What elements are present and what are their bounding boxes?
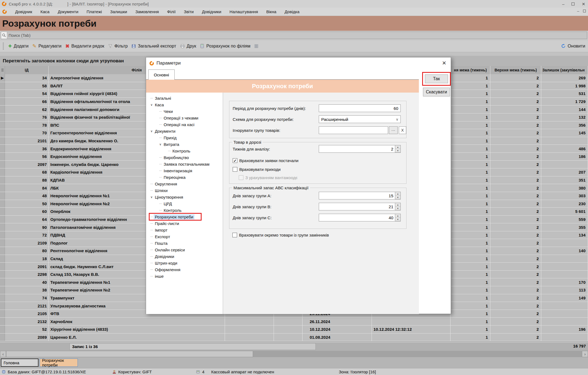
dialog-tree-item[interactable]: Довідники [146,253,223,260]
menu-item[interactable]: Довідник [15,9,32,14]
dialog-tree-item[interactable]: ∨ Витрата [146,141,223,148]
substitutes-checkbox[interactable]: Враховувати окремо товари із групи замін… [232,233,329,237]
print-button[interactable]: Друк [180,44,196,49]
scrollbar-thumb[interactable] [6,351,253,357]
edit-button[interactable]: ✎Редагувати [32,43,62,49]
spin-up-icon[interactable]: ▲ [395,145,400,149]
search-input[interactable]: Поиск (Tab) [1,32,587,39]
dialog-tree-item[interactable]: ЦРД [146,200,223,207]
ellipsis-button[interactable]: ··· [389,126,398,134]
cell-upper: 2 [490,271,541,278]
dialog-tree-item[interactable]: Округлення [146,180,223,187]
search-bar: Поиск (Tab) [0,31,588,40]
dialog-tree-item[interactable]: Контроль [146,207,223,213]
dialog-tree-item[interactable]: Шляхи [146,187,223,194]
export-button[interactable]: Загальний експорт [131,44,176,49]
dialog-tree-item[interactable]: Інвентаризація [146,167,223,174]
clear-button[interactable]: X [399,126,406,134]
spin-down-icon[interactable]: ▼ [395,149,400,152]
spin-down-icon[interactable]: ▼ [395,218,400,221]
menu-item[interactable]: Платежі [87,9,102,14]
spin-down-icon[interactable]: ▼ [395,207,400,210]
dialog-tab-main[interactable]: Основні [148,70,175,80]
row-selector-header[interactable] [0,66,5,74]
dialog-tree-item[interactable]: Переоцінка [146,174,223,180]
days-b-stepper[interactable]: 21 ▲▼ [319,203,401,210]
days-a-stepper[interactable]: 15 ▲▼ [319,192,401,199]
spin-up-icon[interactable]: ▲ [395,203,400,207]
dialog-tree-item[interactable]: Розрахунок потреби [146,213,223,220]
delete-row-button[interactable]: ✖Видалити рядок [65,43,104,49]
column-header-upper[interactable]: Верхня межа (тижень) [490,66,541,74]
dialog-tree-item[interactable]: ∨ Документи [146,128,223,134]
dialog-tree-item[interactable]: Контроль [146,148,223,154]
days-c-stepper[interactable]: 40 ▲▼ [319,214,401,221]
column-header-stock[interactable]: Залишок (закупівельн [541,66,588,74]
add-button[interactable]: +Додати [8,44,29,49]
toolbar-grip[interactable] [3,43,4,50]
close-icon[interactable]: ✕ [582,2,585,6]
spin-down-icon[interactable]: ▼ [395,196,400,199]
ok-button[interactable]: Так [425,74,448,83]
minimize-icon[interactable]: – [562,2,564,6]
scheme-select[interactable]: Расширенный ∨ [319,115,401,123]
filter-button[interactable]: Фільтр [108,44,128,49]
menu-item[interactable]: Звіти [184,9,194,14]
dialog-tree-item[interactable]: інше [146,273,223,279]
supplier-orders-checkbox[interactable]: ✓ Враховувати заявки постачали [233,158,298,163]
dialog-tree-item[interactable]: Прайс-листи [146,220,223,227]
dialog-tree-item[interactable]: ∨ Каса [146,101,223,108]
chevron-down-icon: ∨ [158,143,163,146]
dialog-tree-item[interactable]: Операції з чеками [146,115,223,121]
ignore-group-input[interactable] [319,126,388,134]
column-header-lower[interactable]: ня межа (тижень) [450,66,490,74]
horizontal-scrollbar[interactable]: ‹ › [0,351,588,357]
tab-needs-calculation[interactable]: Розрахунок потреби [40,359,78,367]
scroll-left-icon[interactable]: ‹ [0,351,6,357]
dialog-tree-item[interactable]: Заявка постачальникам [146,161,223,167]
spin-up-icon[interactable]: ▲ [395,192,400,196]
receipts-checkbox[interactable]: Враховувати приходи [233,167,281,172]
menu-item[interactable]: Залишки [110,9,127,14]
table-row[interactable]: 52 Хірургічне відділення (4833) 10.12.20… [0,326,588,334]
menu-item[interactable]: Документи [58,9,78,14]
spin-up-icon[interactable]: ▲ [395,214,400,218]
menu-item[interactable]: Налаштування [230,9,258,14]
weeks-stepper[interactable]: 2 ▲▼ [319,145,401,153]
mdi-restore-icon[interactable] [583,10,586,12]
dialog-tree-item[interactable]: Прихід [146,134,223,141]
mdi-minimize-icon[interactable]: – [577,9,579,13]
menu-item[interactable]: Каса [40,9,50,14]
dialog-tree-item[interactable]: Експорт [146,233,223,240]
dialog-close-icon[interactable]: ✕ [442,60,446,66]
dialog-tree-item[interactable]: Оформлення [146,266,223,273]
dialog-tree-item[interactable]: Онлайн сервіси [146,246,223,253]
refresh-button[interactable]: Оновити [561,44,585,49]
tab-home[interactable]: Головна [1,359,39,367]
table-row[interactable]: 2132 Харчоблок 26.11.2024 1 2 [0,318,588,326]
menu-item[interactable]: Вікна [266,9,276,14]
columns-icon[interactable] [254,44,259,48]
dialog-tree-item[interactable]: ∨ Ціноутворення [146,194,223,200]
period-input[interactable]: 60 [319,104,401,112]
maximize-icon[interactable] [571,2,575,5]
table-row[interactable]: 2089 Царенко Е.Л. 01.08.2024 1 2 [0,334,588,341]
dialog-tree-item[interactable]: Чеки [146,108,223,115]
dialog-tree-item[interactable]: Загальні [146,95,223,101]
menu-item[interactable]: Замовлення [135,9,159,14]
cancel-button[interactable]: Скасувати [423,88,450,96]
dialog-tree-item[interactable]: Імпорт [146,227,223,233]
menu-item[interactable]: Довідка [285,9,300,14]
dialog-tree-item[interactable]: Штрих-коди [146,260,223,266]
cell-stock: 134 [541,231,588,239]
menu-item[interactable]: Філії [167,9,176,14]
scroll-right-icon[interactable]: › [582,351,588,357]
column-header-id[interactable]: ІД [5,66,49,74]
tree-item-label: Виробництво [163,155,190,160]
calc-by-branches-button[interactable]: Розрахунок по філіям [200,44,250,49]
dialog-tree-item[interactable]: Операції на касі [146,121,223,128]
dialog-tree-item[interactable]: Виробництво [146,154,223,161]
menu-item[interactable]: Довідники [202,9,221,14]
dialog-tree-item[interactable]: Пошта [146,240,223,246]
cell-upper: 2 [490,286,541,294]
